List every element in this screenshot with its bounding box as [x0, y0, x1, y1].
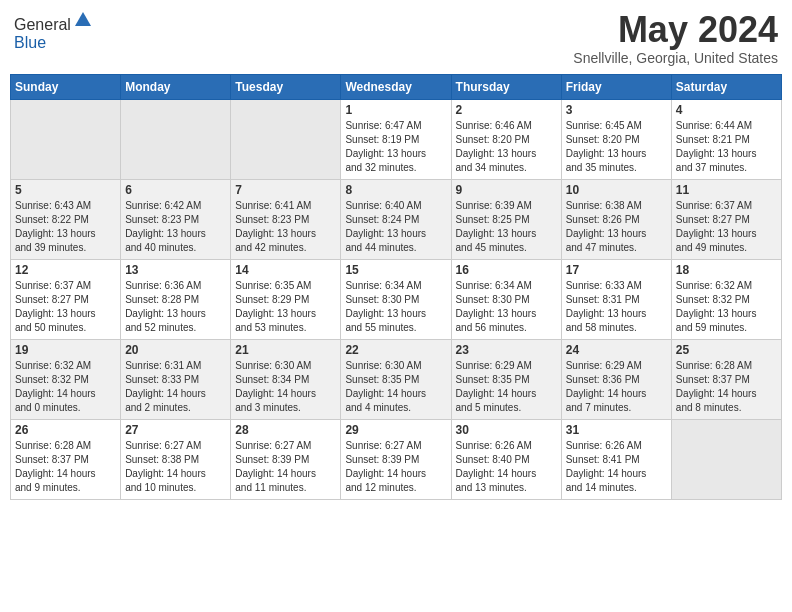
- day-number: 7: [235, 183, 336, 197]
- calendar-header: SundayMondayTuesdayWednesdayThursdayFrid…: [11, 74, 782, 99]
- day-number: 1: [345, 103, 446, 117]
- weekday-header-tuesday: Tuesday: [231, 74, 341, 99]
- day-number: 28: [235, 423, 336, 437]
- day-info: Sunrise: 6:35 AMSunset: 8:29 PMDaylight:…: [235, 279, 336, 335]
- page-header: General Blue May 2024 Snellville, Georgi…: [10, 10, 782, 66]
- day-number: 8: [345, 183, 446, 197]
- logo: General Blue: [14, 10, 93, 52]
- day-number: 20: [125, 343, 226, 357]
- calendar-cell: 23Sunrise: 6:29 AMSunset: 8:35 PMDayligh…: [451, 339, 561, 419]
- day-number: 18: [676, 263, 777, 277]
- day-number: 25: [676, 343, 777, 357]
- day-number: 31: [566, 423, 667, 437]
- day-info: Sunrise: 6:30 AMSunset: 8:35 PMDaylight:…: [345, 359, 446, 415]
- day-number: 30: [456, 423, 557, 437]
- calendar-cell: 4Sunrise: 6:44 AMSunset: 8:21 PMDaylight…: [671, 99, 781, 179]
- calendar-week-4: 19Sunrise: 6:32 AMSunset: 8:32 PMDayligh…: [11, 339, 782, 419]
- calendar-week-5: 26Sunrise: 6:28 AMSunset: 8:37 PMDayligh…: [11, 419, 782, 499]
- weekday-header-thursday: Thursday: [451, 74, 561, 99]
- calendar-cell: 2Sunrise: 6:46 AMSunset: 8:20 PMDaylight…: [451, 99, 561, 179]
- calendar-cell: 1Sunrise: 6:47 AMSunset: 8:19 PMDaylight…: [341, 99, 451, 179]
- day-info: Sunrise: 6:28 AMSunset: 8:37 PMDaylight:…: [676, 359, 777, 415]
- day-info: Sunrise: 6:46 AMSunset: 8:20 PMDaylight:…: [456, 119, 557, 175]
- calendar-cell: 8Sunrise: 6:40 AMSunset: 8:24 PMDaylight…: [341, 179, 451, 259]
- calendar-cell: 30Sunrise: 6:26 AMSunset: 8:40 PMDayligh…: [451, 419, 561, 499]
- calendar-cell: 7Sunrise: 6:41 AMSunset: 8:23 PMDaylight…: [231, 179, 341, 259]
- day-number: 16: [456, 263, 557, 277]
- day-info: Sunrise: 6:29 AMSunset: 8:35 PMDaylight:…: [456, 359, 557, 415]
- day-info: Sunrise: 6:45 AMSunset: 8:20 PMDaylight:…: [566, 119, 667, 175]
- calendar-week-2: 5Sunrise: 6:43 AMSunset: 8:22 PMDaylight…: [11, 179, 782, 259]
- day-number: 22: [345, 343, 446, 357]
- calendar-cell: 21Sunrise: 6:30 AMSunset: 8:34 PMDayligh…: [231, 339, 341, 419]
- month-title: May 2024: [573, 10, 778, 50]
- calendar-cell: 18Sunrise: 6:32 AMSunset: 8:32 PMDayligh…: [671, 259, 781, 339]
- day-info: Sunrise: 6:32 AMSunset: 8:32 PMDaylight:…: [676, 279, 777, 335]
- calendar-cell: 5Sunrise: 6:43 AMSunset: 8:22 PMDaylight…: [11, 179, 121, 259]
- calendar-cell: 12Sunrise: 6:37 AMSunset: 8:27 PMDayligh…: [11, 259, 121, 339]
- weekday-header-saturday: Saturday: [671, 74, 781, 99]
- day-info: Sunrise: 6:27 AMSunset: 8:39 PMDaylight:…: [345, 439, 446, 495]
- day-number: 5: [15, 183, 116, 197]
- day-info: Sunrise: 6:27 AMSunset: 8:39 PMDaylight:…: [235, 439, 336, 495]
- weekday-header-monday: Monday: [121, 74, 231, 99]
- weekday-header-friday: Friday: [561, 74, 671, 99]
- day-info: Sunrise: 6:42 AMSunset: 8:23 PMDaylight:…: [125, 199, 226, 255]
- day-info: Sunrise: 6:47 AMSunset: 8:19 PMDaylight:…: [345, 119, 446, 175]
- day-number: 13: [125, 263, 226, 277]
- logo-general-text: General: [14, 16, 71, 33]
- day-number: 9: [456, 183, 557, 197]
- day-number: 12: [15, 263, 116, 277]
- day-info: Sunrise: 6:30 AMSunset: 8:34 PMDaylight:…: [235, 359, 336, 415]
- day-number: 24: [566, 343, 667, 357]
- day-number: 21: [235, 343, 336, 357]
- day-number: 11: [676, 183, 777, 197]
- calendar-body: 1Sunrise: 6:47 AMSunset: 8:19 PMDaylight…: [11, 99, 782, 499]
- calendar-week-3: 12Sunrise: 6:37 AMSunset: 8:27 PMDayligh…: [11, 259, 782, 339]
- day-info: Sunrise: 6:41 AMSunset: 8:23 PMDaylight:…: [235, 199, 336, 255]
- calendar-cell: 26Sunrise: 6:28 AMSunset: 8:37 PMDayligh…: [11, 419, 121, 499]
- day-number: 14: [235, 263, 336, 277]
- day-info: Sunrise: 6:26 AMSunset: 8:40 PMDaylight:…: [456, 439, 557, 495]
- day-number: 23: [456, 343, 557, 357]
- day-number: 17: [566, 263, 667, 277]
- calendar-cell: 28Sunrise: 6:27 AMSunset: 8:39 PMDayligh…: [231, 419, 341, 499]
- day-info: Sunrise: 6:34 AMSunset: 8:30 PMDaylight:…: [456, 279, 557, 335]
- day-number: 10: [566, 183, 667, 197]
- calendar-cell: 20Sunrise: 6:31 AMSunset: 8:33 PMDayligh…: [121, 339, 231, 419]
- calendar-cell: 25Sunrise: 6:28 AMSunset: 8:37 PMDayligh…: [671, 339, 781, 419]
- day-number: 4: [676, 103, 777, 117]
- weekday-header-sunday: Sunday: [11, 74, 121, 99]
- day-info: Sunrise: 6:33 AMSunset: 8:31 PMDaylight:…: [566, 279, 667, 335]
- svg-marker-0: [75, 12, 91, 26]
- calendar-table: SundayMondayTuesdayWednesdayThursdayFrid…: [10, 74, 782, 500]
- calendar-cell: 6Sunrise: 6:42 AMSunset: 8:23 PMDaylight…: [121, 179, 231, 259]
- title-block: May 2024 Snellville, Georgia, United Sta…: [573, 10, 778, 66]
- calendar-cell: 9Sunrise: 6:39 AMSunset: 8:25 PMDaylight…: [451, 179, 561, 259]
- day-info: Sunrise: 6:28 AMSunset: 8:37 PMDaylight:…: [15, 439, 116, 495]
- calendar-cell: 11Sunrise: 6:37 AMSunset: 8:27 PMDayligh…: [671, 179, 781, 259]
- calendar-week-1: 1Sunrise: 6:47 AMSunset: 8:19 PMDaylight…: [11, 99, 782, 179]
- day-info: Sunrise: 6:27 AMSunset: 8:38 PMDaylight:…: [125, 439, 226, 495]
- weekday-header-wednesday: Wednesday: [341, 74, 451, 99]
- day-number: 27: [125, 423, 226, 437]
- day-number: 29: [345, 423, 446, 437]
- day-number: 26: [15, 423, 116, 437]
- day-info: Sunrise: 6:32 AMSunset: 8:32 PMDaylight:…: [15, 359, 116, 415]
- day-info: Sunrise: 6:39 AMSunset: 8:25 PMDaylight:…: [456, 199, 557, 255]
- header-row: SundayMondayTuesdayWednesdayThursdayFrid…: [11, 74, 782, 99]
- day-number: 15: [345, 263, 446, 277]
- day-info: Sunrise: 6:37 AMSunset: 8:27 PMDaylight:…: [676, 199, 777, 255]
- day-number: 3: [566, 103, 667, 117]
- day-info: Sunrise: 6:29 AMSunset: 8:36 PMDaylight:…: [566, 359, 667, 415]
- logo-icon: [73, 10, 93, 30]
- day-info: Sunrise: 6:34 AMSunset: 8:30 PMDaylight:…: [345, 279, 446, 335]
- calendar-cell: 29Sunrise: 6:27 AMSunset: 8:39 PMDayligh…: [341, 419, 451, 499]
- calendar-cell: [121, 99, 231, 179]
- calendar-cell: 15Sunrise: 6:34 AMSunset: 8:30 PMDayligh…: [341, 259, 451, 339]
- calendar-cell: 3Sunrise: 6:45 AMSunset: 8:20 PMDaylight…: [561, 99, 671, 179]
- day-info: Sunrise: 6:37 AMSunset: 8:27 PMDaylight:…: [15, 279, 116, 335]
- calendar-cell: 22Sunrise: 6:30 AMSunset: 8:35 PMDayligh…: [341, 339, 451, 419]
- calendar-cell: 24Sunrise: 6:29 AMSunset: 8:36 PMDayligh…: [561, 339, 671, 419]
- day-info: Sunrise: 6:44 AMSunset: 8:21 PMDaylight:…: [676, 119, 777, 175]
